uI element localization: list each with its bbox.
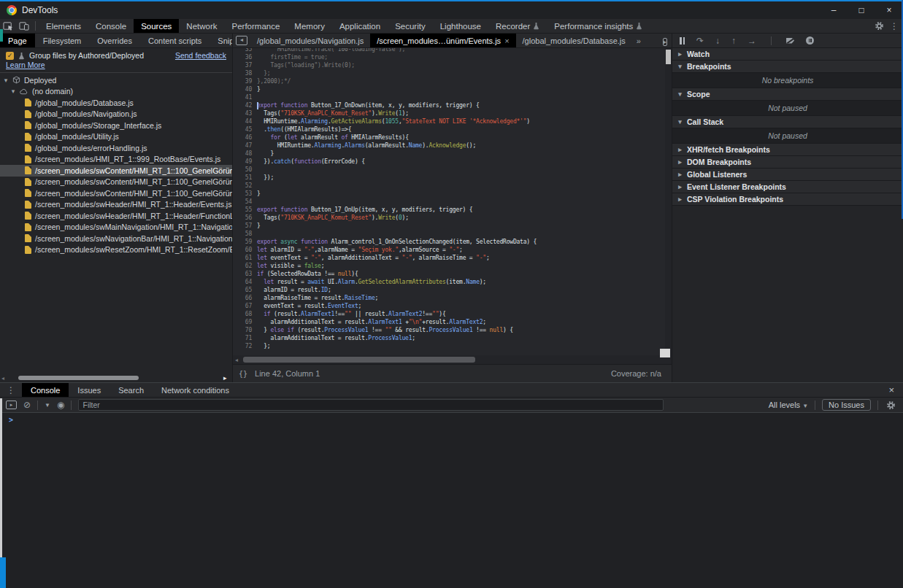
line-number[interactable]: 36 [233, 53, 257, 61]
drawer-tab-issues[interactable]: Issues [69, 383, 109, 397]
navigator-tab-content-scripts[interactable]: Content scripts [140, 34, 210, 47]
tree-item-global-modules-storage-interface-js[interactable]: /global_modules/Storage_Interface.js [0, 120, 232, 131]
tree-item-no-domain[interactable]: ▾(no domain) [0, 86, 232, 98]
live-expression-eye-icon[interactable]: ◉ [57, 398, 64, 413]
line-number[interactable]: 58 [233, 230, 257, 238]
tree-item-screen-modules-swresetzoom-hmi-rt-1-rese[interactable]: /screen_modules/swResetZoom/HMI_RT_1::Re… [0, 244, 232, 256]
navigator-tab-page[interactable]: Page [0, 34, 35, 47]
drawer-tab-console[interactable]: Console [22, 383, 69, 397]
code-line-55[interactable]: 55export function Button_17_OnUp(item, x… [233, 206, 672, 214]
tree-item-screen-modules-swnavigationbar-hmi-rt-1-[interactable]: /screen_modules/swNavigationBar/HMI_RT_1… [0, 233, 232, 244]
tab-performance-insights[interactable]: Performance insights [547, 19, 650, 33]
tree-item-global-modules-database-js[interactable]: /global_modules/Database.js [0, 97, 232, 109]
scroll-left-icon[interactable]: ◂ [235, 357, 238, 363]
pretty-print-icon[interactable]: {} [233, 370, 255, 378]
device-toolbar-icon[interactable] [16, 19, 32, 33]
code-line-50[interactable]: 50 [233, 166, 672, 174]
scrollbar-thumb[interactable] [666, 50, 671, 64]
navigator-tab-overrides[interactable]: Overrides [89, 34, 140, 47]
code-line-54[interactable]: 54 [233, 198, 672, 206]
pause-script-icon[interactable] [680, 34, 685, 48]
no-issues-button[interactable]: No Issues [822, 399, 871, 411]
maximize-button[interactable]: □ [848, 1, 875, 19]
line-number[interactable]: 43 [233, 109, 257, 117]
code-line-39[interactable]: 39},2000);*/ [233, 77, 672, 85]
line-number[interactable]: 53 [233, 190, 257, 198]
tree-item-deployed[interactable]: ▾Deployed [0, 74, 232, 86]
code-line-58[interactable]: 58 [233, 230, 672, 238]
clear-console-icon[interactable]: ⊘ [23, 398, 31, 413]
pause-on-exceptions-icon[interactable] [806, 36, 814, 45]
tree-item-screen-modules-swcontent-hmi-rt-1-100-ge[interactable]: /screen_modules/swContent/HMI_RT_1::100_… [0, 165, 232, 177]
line-number[interactable]: 51 [233, 174, 257, 182]
tree-item-screen-modules-swheader-hmi-rt-1-header-[interactable]: /screen_modules/swHeader/HMI_RT_1::Heade… [0, 199, 232, 211]
section-watch[interactable]: ▸Watch [672, 48, 903, 61]
line-number[interactable]: 65 [233, 286, 257, 294]
editor-horizontal-scrollbar[interactable]: ◂ [233, 355, 672, 364]
line-number[interactable]: 47 [233, 142, 257, 150]
line-number[interactable]: 72 [233, 342, 257, 350]
code-line-64[interactable]: 64 let result = await UI.Alarm.GetSelect… [233, 278, 672, 286]
code-line-44[interactable]: 44 HMIRuntime.Alarming.GetActiveAlarms(1… [233, 117, 672, 125]
tree-item-screen-modules-swmainnavigation-hmi-rt-1[interactable]: /screen_modules/swMainNavigation/HMI_RT_… [0, 222, 232, 233]
section-csp-violation-breakpoints[interactable]: ▸CSP Violation Breakpoints [672, 193, 903, 206]
code-line-49[interactable]: 49 }).catch(function(ErrorCode) { [233, 158, 672, 166]
line-number[interactable]: 68 [233, 310, 257, 318]
line-number[interactable]: 66 [233, 294, 257, 302]
code-line-63[interactable]: 63if (SelectedRowData !== null){ [233, 270, 672, 278]
line-number[interactable]: 63 [233, 270, 257, 278]
section-breakpoints[interactable]: ▾Breakpoints [672, 61, 903, 73]
console-output[interactable]: > [0, 413, 903, 588]
line-number[interactable]: 56 [233, 214, 257, 222]
line-number[interactable]: 40 [233, 85, 257, 93]
navigator-tab-snippets[interactable]: Snippets [210, 34, 232, 47]
line-number[interactable]: 38 [233, 69, 257, 77]
line-number[interactable]: 55 [233, 206, 257, 214]
code-line-59[interactable]: 59export async function Alarm_control_1_… [233, 238, 672, 246]
editor-vertical-scrollbar[interactable] [665, 48, 672, 355]
tree-item-global-modules-navigation-js[interactable]: /global_modules/Navigation.js [0, 109, 232, 120]
line-number[interactable]: 59 [233, 238, 257, 246]
section-xhr-fetch-breakpoints[interactable]: ▸XHR/fetch Breakpoints [672, 144, 903, 156]
line-number[interactable]: 46 [233, 134, 257, 142]
section-call-stack[interactable]: ▾Call Stack [672, 116, 903, 128]
code-line-35[interactable]: 35 HMIRuntime.Trace("100-loading-false")… [233, 48, 672, 53]
step-icon[interactable]: → [748, 34, 756, 48]
code-line-68[interactable]: 68 if (result.AlarmText1!=="" || result.… [233, 310, 672, 318]
section-dom-breakpoints[interactable]: ▸DOM Breakpoints [672, 156, 903, 169]
tab-security[interactable]: Security [388, 19, 433, 33]
step-out-icon[interactable]: ↑ [731, 34, 736, 48]
line-number[interactable]: 41 [233, 93, 257, 101]
code-line-52[interactable]: 52 [233, 182, 672, 190]
code-line-60[interactable]: 60let alarmID = "-",alarmName = "Seçim y… [233, 246, 672, 254]
scrollbar-thumb[interactable] [243, 357, 475, 363]
line-number[interactable]: 71 [233, 334, 257, 342]
navigator-horizontal-scrollbar[interactable]: ◂ ▸ [0, 374, 232, 382]
code-line-61[interactable]: 61let eventText = "-", alarmAdditionalTe… [233, 254, 672, 262]
code-line-38[interactable]: 38 }; [233, 69, 672, 77]
drawer-menu-icon[interactable]: ⋮ [0, 387, 22, 394]
chevron-down-icon[interactable]: ▾ [10, 88, 16, 95]
line-number[interactable]: 37 [233, 61, 257, 69]
code-line-65[interactable]: 65 alarmID = result.ID; [233, 286, 672, 294]
editor-tab-global-modules-navigation-js[interactable]: /global_modules/Navigation.js [250, 34, 370, 47]
code-line-51[interactable]: 51 }); [233, 174, 672, 182]
line-number[interactable]: 50 [233, 166, 257, 174]
line-number[interactable]: 44 [233, 117, 257, 125]
drawer-tab-network-conditions[interactable]: Network conditions [153, 383, 238, 397]
tab-memory[interactable]: Memory [287, 19, 332, 33]
group-files-checkbox[interactable]: ✓ [6, 52, 14, 60]
tree-item-global-modules-utility-js[interactable]: /global_modules/Utility.js [0, 131, 232, 143]
minimize-button[interactable]: – [820, 1, 848, 19]
tab-recorder[interactable]: Recorder [488, 19, 547, 33]
code-line-56[interactable]: 56 Tags("710KSK_AnaPLC_Komut_Reset").Wri… [233, 214, 672, 222]
scroll-right-icon[interactable]: ▸ [223, 374, 227, 382]
code-line-72[interactable]: 72 }; [233, 342, 672, 350]
tree-item-screen-modules-swheader-hmi-rt-1-header-[interactable]: /screen_modules/swHeader/HMI_RT_1::Heade… [0, 210, 232, 222]
line-number[interactable]: 42 [233, 101, 257, 109]
code-line-45[interactable]: 45 .then((HMIAlarmResults)=>{ [233, 125, 672, 134]
send-feedback-link[interactable]: Send feedback [175, 51, 226, 60]
line-number[interactable]: 69 [233, 318, 257, 326]
tab-network[interactable]: Network [179, 19, 224, 33]
drawer-close-icon[interactable]: × [888, 384, 903, 395]
